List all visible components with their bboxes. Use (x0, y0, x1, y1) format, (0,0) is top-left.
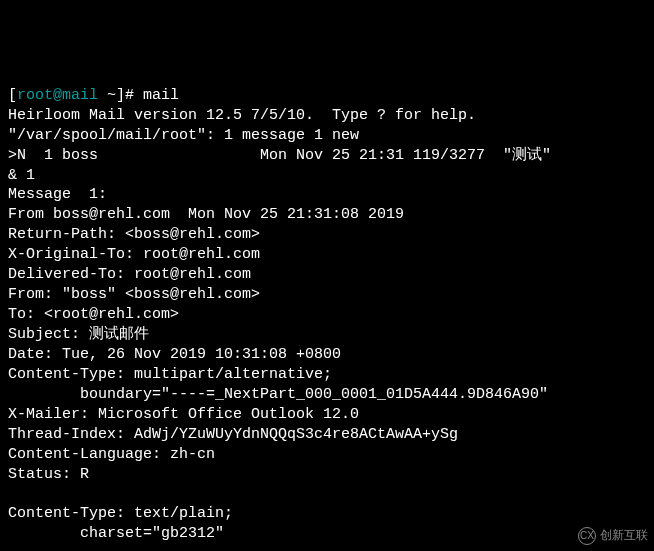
output-line: X-Mailer: Microsoft Office Outlook 12.0 (8, 405, 646, 425)
output-line: To: <root@rehl.com> (8, 305, 646, 325)
output-line: From: "boss" <boss@rehl.com> (8, 285, 646, 305)
watermark-text: 创新互联 (600, 528, 648, 544)
output-line: From boss@rehl.com Mon Nov 25 21:31:08 2… (8, 205, 646, 225)
output-line: "/var/spool/mail/root": 1 message 1 new (8, 126, 646, 146)
output-line: Heirloom Mail version 12.5 7/5/10. Type … (8, 106, 646, 126)
output-line: X-Original-To: root@rehl.com (8, 245, 646, 265)
terminal-output: [root@mail ~]# mailHeirloom Mail version… (8, 86, 646, 551)
output-line: Message 1: (8, 185, 646, 205)
output-line: & 1 (8, 166, 646, 186)
output-line: Delivered-To: root@rehl.com (8, 265, 646, 285)
user-host: root@mail (17, 87, 98, 104)
output-line: boundary="----=_NextPart_000_0001_01D5A4… (8, 385, 646, 405)
output-line (8, 485, 646, 505)
output-line (8, 544, 646, 551)
command-input[interactable]: mail (143, 87, 179, 104)
output-line: Date: Tue, 26 Nov 2019 10:31:08 +0800 (8, 345, 646, 365)
output-line: Content-Language: zh-cn (8, 445, 646, 465)
output-line: charset="gb2312" (8, 524, 646, 544)
output-line: Thread-Index: AdWj/YZuWUyYdnNQQqS3c4re8A… (8, 425, 646, 445)
output-line: Content-Type: text/plain; (8, 504, 646, 524)
output-line: >N 1 boss Mon Nov 25 21:31 119/3277 "测试" (8, 146, 646, 166)
output-line: Status: R (8, 465, 646, 485)
prompt-line: [root@mail ~]# mail (8, 86, 646, 106)
output-line: Content-Type: multipart/alternative; (8, 365, 646, 385)
output-line: Subject: 测试邮件 (8, 325, 646, 345)
output-line: Return-Path: <boss@rehl.com> (8, 225, 646, 245)
logo-icon: CX (578, 527, 596, 545)
watermark-logo: CX 创新互联 (578, 527, 648, 545)
